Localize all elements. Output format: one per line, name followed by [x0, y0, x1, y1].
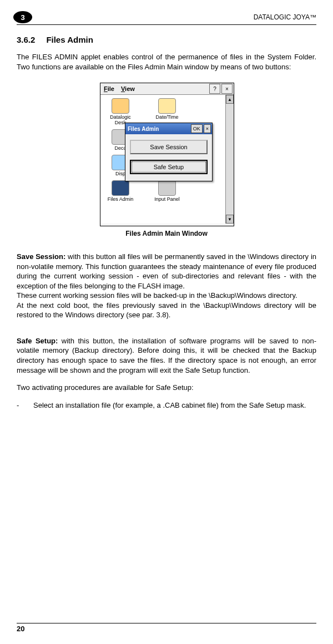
section-number: 3.6.2: [17, 35, 35, 44]
save-session-button[interactable]: Save Session: [130, 140, 208, 154]
icon-label: Input Panel: [150, 197, 184, 202]
files-admin-dialog: Files Admin OK × Save Session Safe Setup: [125, 123, 213, 181]
save-session-text-2: These current working session files will…: [17, 291, 297, 300]
save-session-paragraph: Save Session: with this button all files…: [17, 252, 316, 320]
page-footer: 20: [17, 623, 316, 633]
help-button[interactable]: ?: [209, 84, 220, 94]
scroll-track[interactable]: [226, 104, 234, 215]
chapter-badge: 3: [13, 11, 32, 23]
vertical-scrollbar[interactable]: ▲ ▼: [225, 95, 234, 224]
bullet-text: Select an installation file (for example…: [33, 400, 306, 410]
control-panel-body: Datalogic Desk Date/Time Deco: [100, 95, 234, 224]
dialog-titlebar: Files Admin OK ×: [125, 123, 212, 134]
page-number: 20: [17, 625, 24, 633]
intro-paragraph: The FILES ADMIN applet enables control o…: [17, 52, 316, 72]
save-session-text-3: At the next cold boot, the files previou…: [17, 301, 316, 320]
save-session-label: Save Session:: [17, 252, 65, 261]
app-icon-inputpanel[interactable]: Input Panel: [150, 180, 184, 202]
figure-caption: Files Admin Main Window: [100, 230, 233, 237]
window-close-button[interactable]: ×: [221, 84, 233, 94]
menu-view[interactable]: View: [118, 85, 138, 92]
dialog-ok-button[interactable]: OK: [191, 124, 203, 133]
doc-title: DATALOGIC JOYA™: [254, 13, 316, 21]
safe-setup-button[interactable]: Safe Setup: [130, 160, 208, 174]
page-header: 3 DATALOGIC JOYA™: [17, 11, 316, 25]
icon-label: Files Admin: [104, 197, 137, 202]
menu-file[interactable]: File: [100, 85, 118, 92]
section-title: Files Admin: [46, 35, 93, 44]
section-heading: 3.6.2Files Admin: [17, 35, 316, 44]
scroll-down-icon[interactable]: ▼: [226, 215, 234, 224]
safe-setup-label: Safe Setup:: [17, 337, 58, 345]
dialog-close-button[interactable]: ×: [204, 124, 211, 133]
app-icon-datetime[interactable]: Date/Time: [150, 98, 184, 126]
icon-label: Date/Time: [150, 115, 184, 120]
keyboard-icon: [158, 180, 176, 196]
safe-setup-paragraph-2: Two activating procedures are available …: [17, 383, 316, 393]
bullet-dash: -: [17, 400, 33, 410]
scroll-up-icon[interactable]: ▲: [226, 95, 234, 104]
menubar: File View ? ×: [100, 83, 234, 95]
control-panel-window: File View ? × Datalogic Desk Date/Ti: [100, 83, 234, 226]
bullet-item: - Select an installation file (for examp…: [17, 400, 316, 410]
app-icon-datalogic[interactable]: Datalogic Desk: [104, 98, 137, 126]
files-icon: [112, 180, 129, 196]
safe-setup-paragraph-1: Safe Setup: with this button, the instal…: [17, 336, 316, 375]
dialog-title: Files Admin: [128, 126, 190, 132]
lock-icon: [112, 98, 129, 114]
safe-setup-text-1: with this button, the installation of so…: [17, 337, 316, 374]
app-icon-filesadmin[interactable]: Files Admin: [104, 180, 137, 202]
calendar-icon: [158, 98, 176, 114]
screenshot-figure: File View ? × Datalogic Desk Date/Ti: [100, 83, 233, 237]
